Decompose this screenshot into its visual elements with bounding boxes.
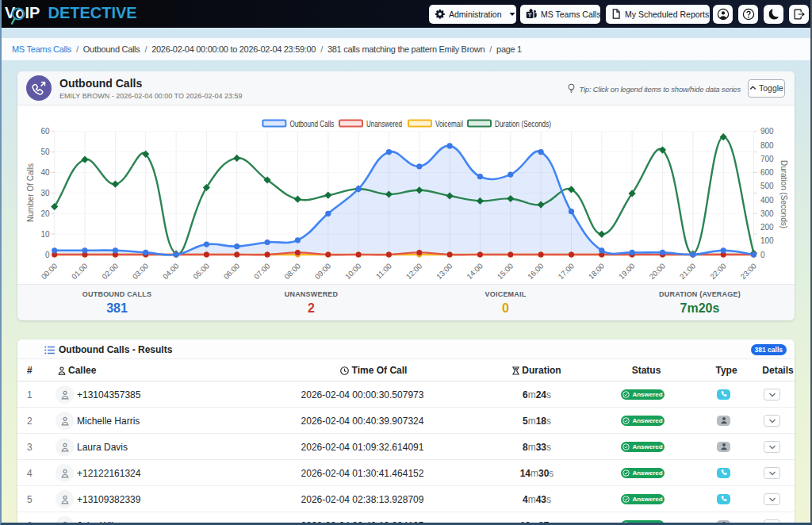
svg-text:200: 200	[760, 223, 774, 232]
svg-text:06:00: 06:00	[222, 262, 242, 282]
svg-text:05:00: 05:00	[191, 262, 211, 282]
svg-text:Unanswered: Unanswered	[366, 120, 402, 128]
svg-text:01:00: 01:00	[70, 262, 90, 282]
svg-text:07:00: 07:00	[252, 262, 272, 282]
svg-text:13:00: 13:00	[435, 262, 454, 282]
svg-text:50: 50	[40, 148, 50, 156]
svg-text:22:00: 22:00	[708, 262, 728, 282]
svg-text:21:00: 21:00	[678, 262, 698, 282]
svg-text:19:00: 19:00	[617, 262, 637, 282]
svg-text:16:00: 16:00	[526, 262, 546, 282]
svg-text:11:00: 11:00	[374, 262, 393, 281]
svg-text:Voicemail: Voicemail	[435, 120, 463, 128]
svg-text:00:00: 00:00	[40, 262, 59, 282]
svg-text:900: 900	[760, 127, 774, 136]
svg-text:18:00: 18:00	[587, 262, 607, 282]
svg-text:08:00: 08:00	[282, 262, 302, 282]
svg-text:300: 300	[760, 209, 774, 218]
svg-text:14:00: 14:00	[465, 262, 485, 282]
svg-text:20: 20	[40, 209, 50, 218]
svg-text:500: 500	[760, 182, 774, 190]
svg-text:60: 60	[40, 127, 50, 136]
svg-text:100: 100	[760, 236, 774, 245]
svg-text:Duration (Seconds): Duration (Seconds)	[779, 160, 788, 228]
svg-text:09:00: 09:00	[313, 262, 333, 282]
svg-text:12:00: 12:00	[404, 262, 424, 282]
svg-text:10:00: 10:00	[343, 262, 363, 282]
svg-text:23:00: 23:00	[738, 262, 758, 282]
svg-text:600: 600	[760, 168, 774, 177]
svg-text:Duration (Seconds): Duration (Seconds)	[495, 120, 551, 128]
svg-text:400: 400	[760, 196, 774, 205]
svg-text:700: 700	[760, 155, 774, 163]
svg-text:20:00: 20:00	[647, 262, 667, 282]
svg-text:40: 40	[40, 168, 50, 177]
svg-text:800: 800	[760, 141, 774, 150]
svg-text:Outbound Calls: Outbound Calls	[289, 120, 334, 128]
svg-text:0: 0	[45, 251, 50, 259]
svg-text:10: 10	[40, 230, 50, 239]
svg-text:02:00: 02:00	[100, 262, 120, 282]
svg-text:03:00: 03:00	[131, 262, 151, 282]
svg-text:17:00: 17:00	[556, 262, 576, 282]
svg-text:0: 0	[760, 251, 765, 259]
svg-text:30: 30	[40, 189, 50, 197]
svg-text:Number Of Calls: Number Of Calls	[26, 163, 35, 222]
svg-text:15:00: 15:00	[496, 262, 515, 282]
svg-text:04:00: 04:00	[161, 262, 181, 282]
